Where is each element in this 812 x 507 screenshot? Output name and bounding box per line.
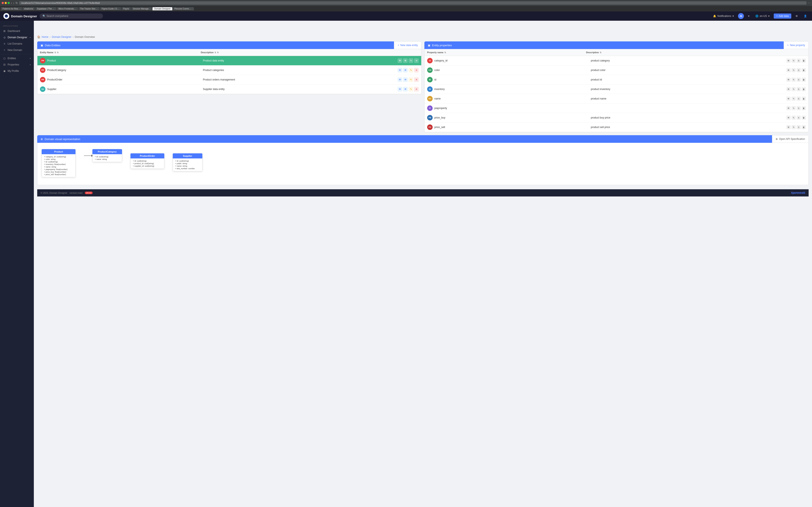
breadcrumb-home[interactable]: Home [42, 36, 48, 39]
close-dot[interactable] [2, 2, 4, 4]
productorder-delete-btn[interactable]: ✕ [414, 77, 419, 82]
search-bar[interactable]: 🔍 Search everywhere [40, 13, 103, 18]
tab-session[interactable]: Session Manage... [131, 7, 152, 10]
productcategory-view2-btn[interactable]: 👁 [403, 68, 408, 72]
prop-row-color[interactable]: CO color product color 👁 ✎ ⎘ 🗑 [424, 65, 808, 75]
properties-expand-icon[interactable]: + [30, 64, 31, 66]
new-property-button[interactable]: + New property [784, 41, 809, 49]
sort-icon-prop-name[interactable]: ⇅ [444, 51, 446, 54]
prop-row-category-id[interactable]: CI category_id product category 👁 ✎ ⎘ 🗑 [424, 56, 808, 65]
prop-row-price-sell[interactable]: PS price_sell product sell price 👁 ✎ ⎘ 🗑 [424, 122, 808, 132]
co-view-btn[interactable]: 👁 [786, 68, 791, 72]
minimize-dot[interactable] [5, 2, 7, 4]
productcategory-edit-btn[interactable]: ✎ [409, 68, 413, 72]
supplier-view2-btn[interactable]: 👁 [403, 87, 408, 92]
tab-tractor[interactable]: The Tractor Store... [79, 7, 100, 10]
co-delete-btn[interactable]: 🗑 [802, 68, 806, 72]
ci-copy-btn[interactable]: ⎘ [797, 59, 801, 63]
productcategory-delete-btn[interactable]: ✕ [414, 68, 419, 72]
ps-delete-btn[interactable]: 🗑 [802, 125, 806, 129]
ci-view-btn[interactable]: 👁 [786, 59, 791, 63]
prop-row-price-buy[interactable]: PB price_buy product buy price 👁 ✎ ⎘ 🗑 [424, 113, 808, 122]
productorder-view-btn[interactable]: 👁 [398, 77, 402, 82]
entities-expand-icon[interactable]: + [30, 57, 31, 60]
pb-copy-btn[interactable]: ⎘ [797, 116, 801, 120]
tab-shadcn[interactable]: shadcn/ui [22, 7, 35, 10]
product-view-btn[interactable]: 👁 [398, 58, 402, 63]
ps-copy-btn[interactable]: ⎘ [797, 125, 801, 129]
supplier-view-btn[interactable]: 👁 [398, 87, 402, 92]
productorder-view2-btn[interactable]: 👁 [403, 77, 408, 82]
notifications-button[interactable]: 🔔 Notifications ▾ [711, 14, 735, 18]
back-button[interactable]: ‹ [11, 1, 12, 5]
sort-icon-prop-desc[interactable]: ⇅ [600, 51, 601, 54]
in-view-btn[interactable]: 👁 [786, 87, 791, 91]
id-delete-btn[interactable]: 🗑 [802, 77, 806, 82]
sort-icon-desc[interactable]: ⇅ [214, 51, 216, 54]
filter-icon-desc[interactable]: ⇅ [217, 51, 219, 54]
prop-row-inventory[interactable]: IN inventory product inventory 👁 ✎ ⎘ 🗑 [424, 84, 808, 94]
co-edit-btn[interactable]: ✎ [792, 68, 796, 72]
supplier-delete-btn[interactable]: ✕ [414, 87, 419, 92]
tab-micro[interactable]: Micro Frontends -... [57, 7, 78, 10]
id-edit-btn[interactable]: ✎ [792, 77, 796, 82]
prop-row-piaproperty[interactable]: PI piaproperty 👁 ✎ ⎘ 🗑 [424, 104, 808, 113]
sidebar-item-dashboard[interactable]: ⊞ Dashboard [0, 28, 34, 34]
na-view-btn[interactable]: 👁 [786, 97, 791, 101]
user-menu-button[interactable]: ▾ [747, 14, 751, 18]
reload-button[interactable]: ↻ [15, 1, 18, 5]
na-delete-btn[interactable]: 🗑 [802, 97, 806, 101]
filter-icon-name[interactable]: ⇅ [57, 51, 59, 54]
na-copy-btn[interactable]: ⎘ [797, 97, 801, 101]
tab-payrix[interactable]: Payrix [121, 7, 131, 10]
supplier-edit-btn[interactable]: ✎ [409, 87, 413, 92]
productcategory-view-btn[interactable]: 👁 [398, 68, 402, 72]
pi-view-btn[interactable]: 👁 [786, 106, 791, 110]
id-copy-btn[interactable]: ⎘ [797, 77, 801, 82]
tab-pimcore[interactable]: Pimcore Commun... [173, 7, 194, 10]
na-edit-btn[interactable]: ✎ [792, 97, 796, 101]
sidebar-item-my-profile[interactable]: ◉ My Profile [0, 68, 34, 74]
breadcrumb-domain-designer[interactable]: Domain Designer [52, 36, 71, 39]
settings-button[interactable]: ⚙ [794, 14, 800, 18]
entity-row-productorder[interactable]: PR ProductOrder Product orders managemen… [38, 75, 421, 84]
url-bar[interactable]: localhost:5173/domains/overview/9583038c… [19, 1, 807, 5]
prop-row-id[interactable]: ID id product id 👁 ✎ ⎘ 🗑 [424, 75, 808, 84]
pb-view-btn[interactable]: 👁 [786, 116, 791, 120]
collapse-icon[interactable]: − [30, 36, 31, 39]
new-entity-button[interactable]: + New data entity [394, 41, 421, 49]
product-delete-btn[interactable]: ✕ [414, 58, 419, 63]
add-data-button[interactable]: + Add data [774, 13, 791, 18]
sidebar-item-list-domains[interactable]: ≡ List Domains [0, 41, 34, 47]
productorder-edit-btn[interactable]: ✎ [409, 77, 413, 82]
in-delete-btn[interactable]: 🗑 [802, 87, 806, 91]
in-copy-btn[interactable]: ⎘ [797, 87, 801, 91]
entity-row-productcategory[interactable]: PR ProductCategory Product categories 👁 … [38, 65, 421, 75]
ps-edit-btn[interactable]: ✎ [792, 125, 796, 129]
maximize-dot[interactable] [8, 2, 10, 4]
user-avatar[interactable]: JE [738, 13, 744, 19]
product-view2-btn[interactable]: 👁 [403, 58, 408, 63]
prop-row-name[interactable]: NA name product name 👁 ✎ ⎘ 🗑 [424, 94, 808, 104]
pb-edit-btn[interactable]: ✎ [792, 116, 796, 120]
pi-edit-btn[interactable]: ✎ [792, 106, 796, 110]
tab-supabase[interactable]: Supabase | The O... [35, 7, 56, 10]
id-view-btn[interactable]: 👁 [786, 77, 791, 82]
entity-row-supplier[interactable]: SU Supplier Supplier data entity 👁 👁 ✎ ✕ [38, 84, 421, 94]
forward-button[interactable]: › [13, 1, 14, 5]
tab-patterns[interactable]: Patterns for React... [1, 7, 22, 10]
sidebar-item-properties[interactable]: ⊟ Properties + [0, 61, 34, 68]
pb-delete-btn[interactable]: 🗑 [802, 116, 806, 120]
pi-copy-btn[interactable]: ⎘ [797, 106, 801, 110]
pi-delete-btn[interactable]: 🗑 [802, 106, 806, 110]
sidebar-item-domain-designer[interactable]: ◇ Domain Designer − [0, 34, 34, 41]
help-button[interactable]: 👤 [802, 14, 809, 18]
open-api-button[interactable]: ⊕ Open API Specification [772, 135, 809, 143]
sidebar-item-new-domain[interactable]: + New Domain [0, 47, 34, 53]
co-copy-btn[interactable]: ⎘ [797, 68, 801, 72]
in-edit-btn[interactable]: ✎ [792, 87, 796, 91]
product-edit-btn[interactable]: ✎ [409, 58, 413, 63]
sort-icon-name[interactable]: ⇅ [54, 51, 56, 54]
ci-delete-btn[interactable]: 🗑 [802, 59, 806, 63]
ps-view-btn[interactable]: 👁 [786, 125, 791, 129]
